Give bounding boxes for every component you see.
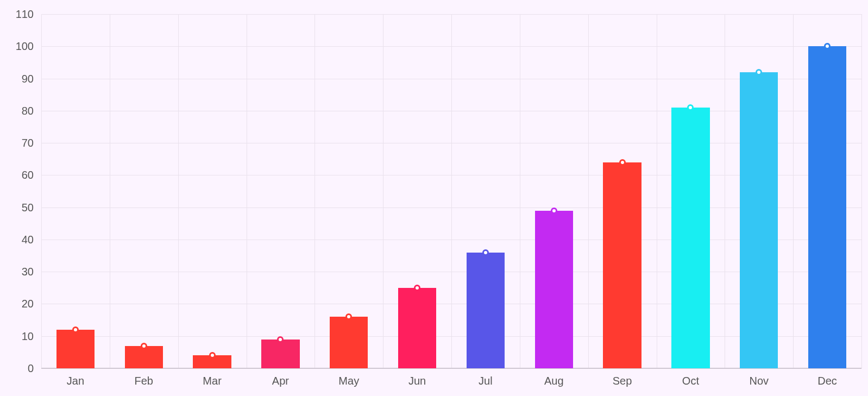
gridline-vertical: [451, 14, 452, 368]
y-tick-label: 90: [22, 72, 41, 85]
x-tick-label: Apr: [272, 368, 289, 387]
x-tick-label: Dec: [817, 368, 837, 387]
data-point-may[interactable]: [345, 313, 352, 320]
data-point-sep[interactable]: [619, 159, 626, 166]
x-tick-label: Jan: [67, 368, 84, 387]
y-tick-label: 60: [22, 169, 41, 181]
gridline-vertical: [588, 14, 589, 368]
x-tick-label: Jun: [408, 368, 426, 387]
data-point-jul[interactable]: [482, 249, 489, 256]
gridline-vertical: [793, 14, 794, 368]
chart-container: 0102030405060708090100110JanFebMarAprMay…: [0, 0, 868, 396]
bar-feb[interactable]: [125, 346, 163, 368]
y-tick-label: 20: [22, 298, 41, 310]
y-tick-label: 0: [28, 362, 41, 375]
gridline-vertical: [725, 14, 725, 368]
x-tick-label: Feb: [135, 368, 153, 387]
bar-jan[interactable]: [56, 330, 95, 368]
gridline-vertical: [110, 14, 110, 368]
data-point-mar[interactable]: [209, 352, 216, 359]
data-point-feb[interactable]: [141, 343, 147, 349]
y-tick-label: 80: [22, 104, 41, 117]
y-tick-label: 10: [22, 330, 41, 342]
data-point-aug[interactable]: [551, 208, 557, 214]
y-tick-label: 100: [16, 40, 41, 53]
x-tick-label: Sep: [613, 368, 632, 387]
bar-may[interactable]: [330, 317, 368, 368]
gridline-vertical: [41, 14, 42, 368]
x-tick-label: Nov: [749, 368, 769, 387]
gridline-vertical: [178, 14, 179, 368]
bar-jul[interactable]: [467, 253, 505, 368]
gridline-vertical: [315, 14, 315, 368]
x-tick-label: Mar: [203, 368, 221, 387]
gridline-vertical: [247, 14, 247, 368]
x-tick-label: Oct: [682, 368, 699, 387]
gridline-vertical: [520, 14, 520, 368]
bar-jun[interactable]: [398, 288, 436, 368]
x-tick-label: Jul: [479, 368, 493, 387]
data-point-apr[interactable]: [277, 336, 284, 343]
bar-sep[interactable]: [603, 162, 641, 368]
gridline-vertical: [383, 14, 383, 368]
x-tick-label: May: [338, 368, 359, 387]
bar-dec[interactable]: [808, 46, 846, 368]
y-tick-label: 40: [22, 233, 41, 246]
plot-area: 0102030405060708090100110JanFebMarAprMay…: [41, 14, 861, 368]
bar-apr[interactable]: [261, 340, 299, 368]
bar-oct[interactable]: [671, 108, 709, 368]
data-point-dec[interactable]: [824, 43, 831, 49]
data-point-oct[interactable]: [687, 104, 694, 111]
gridline-vertical: [657, 14, 657, 368]
y-tick-label: 30: [22, 266, 41, 278]
y-tick-label: 70: [22, 137, 41, 149]
bar-nov[interactable]: [740, 72, 778, 368]
x-tick-label: Aug: [544, 368, 564, 387]
gridline-vertical: [861, 14, 862, 368]
data-point-jan[interactable]: [72, 326, 79, 333]
y-tick-label: 50: [22, 201, 41, 213]
data-point-nov[interactable]: [756, 69, 762, 76]
y-tick-label: 110: [16, 8, 41, 21]
bar-aug[interactable]: [535, 211, 573, 368]
x-axis-baseline: [41, 368, 861, 369]
data-point-jun[interactable]: [414, 285, 420, 291]
